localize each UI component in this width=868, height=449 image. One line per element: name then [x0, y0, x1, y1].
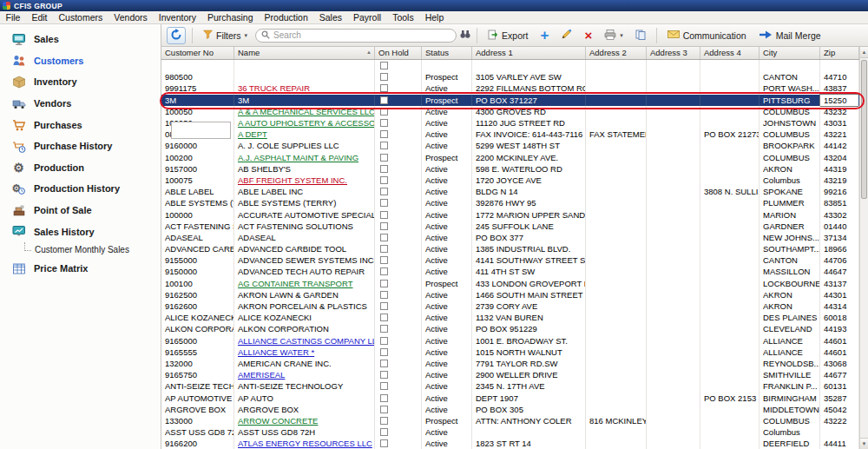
on-hold-checkbox[interactable]: [380, 337, 388, 345]
on-hold-checkbox[interactable]: [380, 325, 388, 333]
on-hold-checkbox[interactable]: [380, 188, 388, 195]
on-hold-checkbox[interactable]: [380, 119, 388, 127]
scroll-down-button[interactable]: ▼: [860, 438, 868, 449]
on-hold-checkbox[interactable]: [380, 130, 388, 138]
on-hold-checkbox[interactable]: [380, 256, 388, 264]
vertical-scrollbar[interactable]: ▲ ▼: [859, 47, 868, 449]
column-header-status[interactable]: Status: [422, 47, 472, 59]
communication-button[interactable]: Communication: [663, 28, 751, 43]
menu-production[interactable]: Production: [259, 11, 313, 23]
table-row[interactable]: 100200A.J. ASPHALT MAINT & PAVINGProspec…: [161, 152, 859, 163]
table-row[interactable]: 100100AG CONTAINER TRANSPORTProspect433 …: [161, 278, 859, 289]
table-row[interactable]: [161, 60, 859, 71]
menu-vendors[interactable]: Vendors: [108, 11, 154, 23]
column-header-address-4[interactable]: Address 4: [700, 47, 760, 59]
column-header-address-1[interactable]: Address 1: [472, 47, 586, 59]
table-row[interactable]: ARGROVE BOXARGROVE BOXActivePO BOX 305MI…: [161, 404, 859, 415]
on-hold-checkbox[interactable]: [380, 165, 388, 173]
scroll-thumb[interactable]: [861, 60, 867, 199]
add-button[interactable]: +: [536, 30, 553, 42]
sidebar-item-sales[interactable]: Sales: [0, 29, 161, 50]
on-hold-checkbox[interactable]: [380, 73, 388, 81]
table-row[interactable]: 9157000AB SHELBY'SActive598 E. WATERLOO …: [161, 163, 859, 175]
on-hold-checkbox[interactable]: [380, 280, 388, 287]
table-row[interactable]: 9166200ATLAS ENERGY RESOURCES LLCActive1…: [161, 438, 859, 449]
edit-button[interactable]: [556, 27, 576, 43]
on-hold-checkbox[interactable]: [380, 382, 388, 390]
advanced-search-icon[interactable]: [460, 30, 470, 41]
on-hold-checkbox[interactable]: [380, 84, 388, 92]
table-row[interactable]: 9165750AMERISEALActive2900 WELLER DRIVES…: [161, 369, 859, 380]
on-hold-checkbox[interactable]: [380, 211, 388, 219]
sidebar-item-customers[interactable]: Customers: [0, 50, 161, 72]
export-button[interactable]: Export: [483, 28, 532, 43]
scroll-up-button[interactable]: ▲: [860, 47, 868, 58]
menu-purchasing[interactable]: Purchasing: [202, 11, 260, 23]
table-row[interactable]: 980500Prospect3105 VARLEY AVE SWCANTON44…: [161, 71, 859, 83]
table-row[interactable]: 080500A DEPTActiveFAX INVOICE: 614-443-7…: [161, 129, 859, 140]
menu-customers[interactable]: Customers: [53, 11, 108, 23]
sidebar-item-inventory[interactable]: Inventory: [0, 71, 161, 93]
table-row[interactable]: ASST USS GD8 72HASST USS GD8 72HActiveCo…: [161, 426, 859, 438]
filters-button[interactable]: Filters ▾: [199, 28, 252, 43]
on-hold-checkbox[interactable]: [380, 108, 388, 116]
menu-help[interactable]: Help: [419, 11, 450, 23]
mail-merge-button[interactable]: Mail Merge: [754, 29, 825, 43]
sidebar-item-sales-history[interactable]: Sales History: [0, 221, 161, 242]
on-hold-checkbox[interactable]: [380, 348, 388, 356]
table-row[interactable]: 9165000ALLIANCE CASTINGS COMPANY LLCActi…: [161, 335, 859, 347]
on-hold-checkbox[interactable]: [380, 302, 388, 310]
table-row[interactable]: ACT FASTENING S...ACT FASTENING SOLUTION…: [161, 221, 859, 232]
on-hold-checkbox[interactable]: [380, 291, 388, 299]
table-row[interactable]: 9162600AKRON PORCELAIN & PLASTICSActive2…: [161, 300, 859, 312]
table-row[interactable]: 9160000A. J. COLE SUPPLIES LLCActive5299…: [161, 140, 859, 151]
table-row[interactable]: 9165555ALLIANCE WATER *Active1015 NORTH …: [161, 347, 859, 358]
print-button[interactable]: ▾: [600, 28, 628, 43]
on-hold-checkbox[interactable]: [380, 62, 388, 69]
table-row[interactable]: ANTI-SEIZE TECHANTI-SEIZE TECHNOLOGYActi…: [161, 380, 859, 392]
table-row[interactable]: 100050A & A MECHANICAL SERVICES LLC.Acti…: [161, 106, 859, 117]
table-row[interactable]: AP AUTOMOTIVEAP AUTOActiveDEPT 1907PO BO…: [161, 392, 859, 403]
sidebar-item-vendors[interactable]: Vendors: [0, 93, 161, 115]
table-row[interactable]: 132000AMERICAN CRANE INC.Active7791 TAYL…: [161, 358, 859, 369]
menu-sales[interactable]: Sales: [313, 11, 347, 23]
table-row[interactable]: 9155000ADVANCED SEWER SYSTEMS INC.Active…: [161, 254, 859, 266]
refresh-button[interactable]: [167, 27, 186, 44]
on-hold-checkbox[interactable]: [380, 439, 388, 447]
column-header-address-3[interactable]: Address 3: [647, 47, 700, 59]
on-hold-checkbox[interactable]: [380, 314, 388, 321]
table-row[interactable]: 100050A AUTO UPHOLSTERY & ACCESSORIESAct…: [161, 117, 859, 129]
sidebar-item-purchase-history[interactable]: Purchase History: [0, 135, 161, 157]
column-header-on-hold[interactable]: On Hold: [375, 47, 422, 59]
on-hold-checkbox[interactable]: [380, 176, 388, 184]
table-row[interactable]: ALKON CORPORAT...ALKON CORPORATIONActive…: [161, 323, 859, 334]
table-row[interactable]: ALICE KOZANECKIALICE KOZANECKIActive1132…: [161, 312, 859, 323]
table-row[interactable]: ABLE SYSTEMS (TE...ABLE SYSTEMS (TERRY)A…: [161, 197, 859, 208]
on-hold-checkbox[interactable]: [380, 142, 388, 149]
search-input[interactable]: [273, 30, 450, 40]
table-row[interactable]: 133000ARROW CONCRETEProspectATTN: ANTHON…: [161, 415, 859, 426]
table-row[interactable]: 9162500AKRON LAWN & GARDENActive1466 SOU…: [161, 289, 859, 300]
on-hold-checkbox[interactable]: [380, 96, 388, 104]
sidebar-item-purchases[interactable]: Purchases: [0, 114, 161, 135]
table-row[interactable]: ADASEALADASEALActivePO BOX 377NEW JOHNS.…: [161, 232, 859, 243]
menu-inventory[interactable]: Inventory: [153, 11, 201, 23]
on-hold-checkbox[interactable]: [380, 428, 388, 436]
delete-button[interactable]: ×: [580, 30, 596, 42]
menu-edit[interactable]: Edit: [26, 11, 53, 23]
on-hold-checkbox[interactable]: [380, 234, 388, 241]
column-header-customer-no[interactable]: Customer No: [161, 47, 234, 59]
on-hold-checkbox[interactable]: [380, 199, 388, 207]
on-hold-checkbox[interactable]: [380, 154, 388, 162]
column-header-zip[interactable]: Zip: [820, 47, 859, 59]
column-header-city[interactable]: City: [760, 47, 820, 59]
sidebar-item-point-of-sale[interactable]: Point of Sale: [0, 200, 161, 221]
table-row[interactable]: 999117536 TRUCK REPAIRActive2292 FILLMAN…: [161, 83, 859, 94]
on-hold-checkbox[interactable]: [380, 394, 388, 402]
table-row[interactable]: ADVANCED CARBI...ADVANCED CARBIDE TOOLAc…: [161, 243, 859, 254]
on-hold-checkbox[interactable]: [380, 360, 388, 367]
on-hold-checkbox[interactable]: [380, 417, 388, 425]
on-hold-checkbox[interactable]: [380, 406, 388, 413]
on-hold-checkbox[interactable]: [380, 245, 388, 253]
column-header-address-2[interactable]: Address 2: [586, 47, 647, 59]
